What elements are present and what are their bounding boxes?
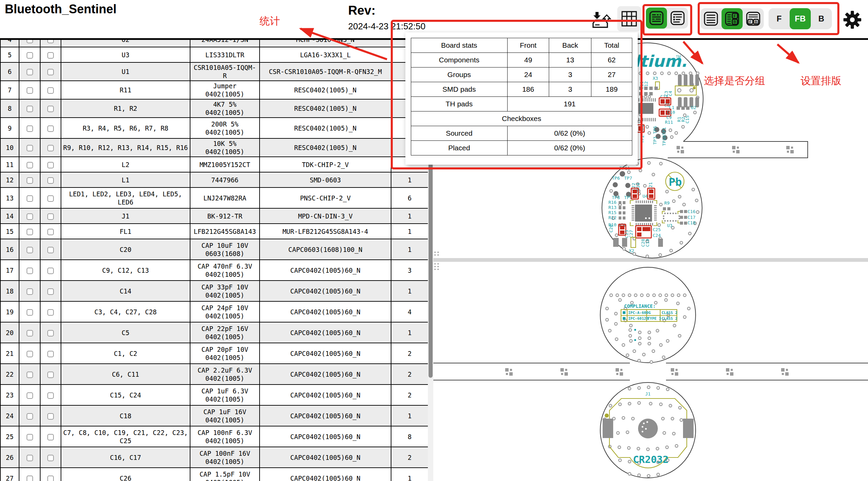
sourced-checkbox[interactable] [27, 40, 33, 43]
placed-cell [40, 426, 61, 447]
sourced-checkbox[interactable] [27, 392, 33, 399]
qfn-chip[interactable] [630, 200, 657, 226]
sourced-checkbox[interactable] [27, 372, 33, 378]
bom-row[interactable]: 22C6, C11CAP 2.2uF 6.3V 0402(1005)CAPC04… [0, 364, 428, 385]
bom-row[interactable]: 19C3, C4, C27, C28CAP 24pF 10V 0402(1005… [0, 301, 428, 322]
bom-row[interactable]: 16C20CAP 10uF 10V 0603(1608)CAPC0603(160… [0, 239, 428, 260]
placed-checkbox[interactable] [47, 288, 54, 295]
placed-cell [40, 47, 61, 62]
pcb-back-canvas[interactable]: COMPLIANCE: IPC-A-600G CLASS 2 IPC-6012B… [433, 267, 868, 478]
placed-cell [40, 81, 61, 99]
canvas-divider[interactable] [433, 258, 868, 262]
bom-row[interactable]: 12L17447966SMD-06031 [0, 172, 428, 187]
left-right-layout-button[interactable]: F B [722, 8, 743, 29]
sourced-checkbox[interactable] [27, 87, 33, 94]
bom-row[interactable]: 9R3, R4, R5, R6, R7, R8200R 5% 0402(1005… [0, 118, 428, 138]
placed-checkbox[interactable] [47, 162, 54, 168]
back-only-button[interactable]: B [811, 8, 832, 29]
placed-checkbox[interactable] [47, 268, 54, 274]
silkscreen-label: R12 [608, 215, 616, 220]
sourced-checkbox[interactable] [27, 288, 33, 295]
sourced-checkbox[interactable] [27, 268, 33, 274]
settings-gear-button[interactable] [843, 10, 862, 29]
grouped-view-button[interactable] [646, 7, 667, 29]
silkscreen-label: TP3 TP5 [652, 126, 657, 145]
bom-row[interactable]: 18C14CAP 33pF 10V 0402(1005)CAPC0402(100… [0, 281, 428, 301]
bom-row[interactable]: 26C16, C17CAP 100nF 16V 0402(1005)CAPC04… [0, 447, 428, 468]
sourced-checkbox[interactable] [27, 125, 33, 132]
bom-row[interactable]: 8R1, R24K7 5% 0402(1005)RESC0402(1005)_N [0, 99, 428, 118]
bom-row[interactable]: 5U3LIS331DLTRLGA16-3X3X1_L [0, 47, 428, 62]
ungrouped-view-button[interactable] [667, 7, 688, 29]
sourced-checkbox[interactable] [27, 106, 33, 112]
sourced-checkbox[interactable] [27, 213, 33, 220]
placed-checkbox[interactable] [47, 229, 54, 235]
bom-only-layout-button[interactable] [700, 8, 722, 29]
bom-row[interactable]: 4U224AA512-I/SNMCHP-SO10-SNS_N [0, 40, 428, 47]
sourced-checkbox[interactable] [27, 247, 33, 253]
highlighted-pad-group[interactable] [636, 226, 651, 238]
sourced-checkbox[interactable] [27, 455, 33, 461]
footprint-cell: RESC0402(1005)_N [260, 99, 391, 118]
placed-checkbox[interactable] [47, 87, 54, 94]
bom-row[interactable]: 21C1, C2CAP 20pF 10V 0402(1005)CAPC0402(… [0, 343, 428, 364]
bom-row[interactable]: 20C5CAP 22pF 16V 0402(1005)CAPC0402(1005… [0, 322, 428, 343]
save-settings-button[interactable] [591, 10, 611, 29]
bom-row[interactable]: 10R9, R10, R12, R13, R14, R15, R1610K 5%… [0, 138, 428, 157]
placed-checkbox[interactable] [47, 330, 54, 336]
sourced-checkbox[interactable] [27, 330, 33, 336]
sourced-checkbox[interactable] [27, 195, 33, 202]
placed-checkbox[interactable] [47, 40, 54, 43]
placed-checkbox[interactable] [47, 434, 54, 440]
bom-row[interactable]: 11L2MMZ1005Y152CTTDK-CHIP-2_V [0, 157, 428, 172]
sourced-cell [19, 224, 40, 239]
sourced-checkbox[interactable] [27, 52, 33, 59]
sourced-checkbox[interactable] [27, 413, 33, 420]
bom-row[interactable]: 24C18CAP 1uF 16V 0402(1005)CAPC0402(1005… [0, 405, 428, 426]
sourced-checkbox[interactable] [27, 177, 33, 184]
bom-row[interactable]: 6U1CSR1010A05-IQQM-RCSR-CSR1010A05-IQQM-… [0, 62, 428, 81]
bom-row[interactable]: 23C15, C24CAP 1uF 6.3V 0402(1005)CAPC040… [0, 385, 428, 405]
sourced-checkbox[interactable] [27, 145, 33, 151]
placed-checkbox[interactable] [47, 145, 54, 151]
sourced-checkbox[interactable] [27, 476, 33, 481]
references-cell: C9, C12, C13 [61, 260, 190, 281]
bom-row[interactable]: 15FL1LFB212G45SG8A143MUR-LFB212G45SG8A14… [0, 224, 428, 239]
placed-checkbox[interactable] [47, 372, 54, 378]
placed-checkbox[interactable] [47, 106, 54, 112]
bom-row[interactable]: 7R11Jumper 0402(1005)RESC0402(1005)_N [0, 81, 428, 99]
bom-row[interactable]: 13LED1, LED2, LED3, LED4, LED5, LED6LNJ2… [0, 187, 428, 208]
placed-checkbox[interactable] [47, 69, 54, 75]
sourced-checkbox[interactable] [27, 351, 33, 357]
sourced-checkbox[interactable] [27, 69, 33, 75]
placed-checkbox[interactable] [47, 125, 54, 132]
placed-checkbox[interactable] [47, 195, 54, 202]
placed-checkbox[interactable] [47, 413, 54, 420]
sourced-checkbox[interactable] [27, 434, 33, 440]
sourced-checkbox[interactable] [27, 162, 33, 168]
quantity-cell: 1 [391, 405, 428, 426]
placed-checkbox[interactable] [47, 476, 54, 481]
placed-cell [40, 281, 61, 301]
sourced-checkbox[interactable] [27, 229, 33, 235]
bom-row[interactable]: 27C26CAP 1.5pF 10V 0402(1005)CAPC0402(10… [0, 468, 428, 481]
placed-checkbox[interactable] [47, 351, 54, 357]
placed-checkbox[interactable] [47, 213, 54, 220]
sourced-cell [19, 301, 40, 322]
front-back-button[interactable]: FB [790, 8, 811, 29]
bom-row[interactable]: 17C9, C12, C13CAP 470nF 6.3V 0402(1005)C… [0, 260, 428, 281]
column-settings-button[interactable] [617, 6, 641, 31]
placed-checkbox[interactable] [47, 455, 54, 461]
placed-checkbox[interactable] [47, 392, 54, 399]
bom-row[interactable]: 14J1BK-912-TRMPD-CN-DIN-3_V1 [0, 208, 428, 224]
silkscreen-label: C10 [667, 110, 675, 115]
placed-checkbox[interactable] [47, 177, 54, 184]
sourced-checkbox[interactable] [27, 309, 33, 316]
top-bottom-layout-button[interactable]: F B [743, 8, 764, 29]
placed-checkbox[interactable] [47, 247, 54, 253]
placed-checkbox[interactable] [47, 52, 54, 59]
footprint-cell: CAPC0402(1005)60_N [260, 405, 391, 426]
bom-row[interactable]: 25C7, C8, C10, C19, C21, C22, C23, C25CA… [0, 426, 428, 447]
placed-checkbox[interactable] [47, 309, 54, 316]
front-only-button[interactable]: F [769, 8, 790, 29]
